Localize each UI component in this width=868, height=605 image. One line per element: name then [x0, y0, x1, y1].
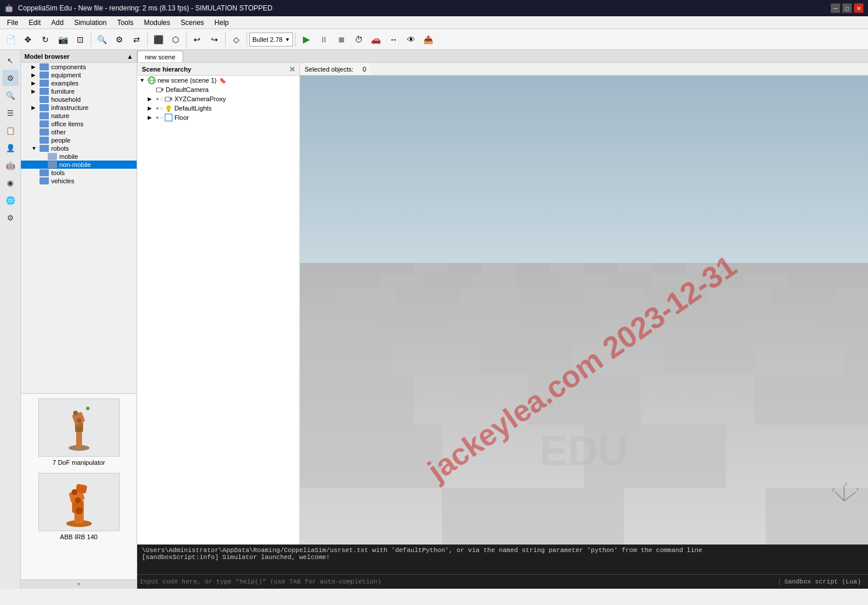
tree-item-other[interactable]: other — [21, 128, 137, 136]
svg-rect-49 — [845, 336, 868, 374]
sidebar-pointer[interactable]: ↖ — [2, 52, 19, 69]
sidebar-config[interactable]: ⚙ — [2, 209, 19, 226]
sidebar-globe[interactable]: 🌐 — [2, 192, 19, 208]
stop-button[interactable]: ⏹ — [333, 31, 349, 48]
menu-simulation[interactable]: Simulation — [69, 17, 111, 28]
svg-point-5 — [77, 418, 81, 423]
menu-help[interactable]: Help — [210, 17, 234, 28]
console-input-row[interactable]: Sandbox script (Lua) — [137, 575, 868, 589]
tree-item-furniture[interactable]: ▶ furniture — [21, 87, 137, 95]
camera-button[interactable]: 📷 — [55, 31, 71, 48]
light-icon — [165, 104, 173, 112]
left-panel: Model browser ▲ ▶ components ▶ equipment… — [21, 50, 137, 589]
scene-tabs: new scene — [137, 50, 868, 63]
waypoint-button[interactable]: ◇ — [228, 31, 244, 48]
svg-rect-46 — [300, 336, 391, 374]
svg-rect-29 — [550, 263, 584, 273]
new-scene-button[interactable]: 📄 — [2, 31, 19, 48]
transfer-button[interactable]: ⇄ — [128, 31, 145, 48]
model-card-abb140[interactable]: ABB IRB 140 — [26, 473, 132, 540]
tree-item-examples[interactable]: ▶ examples — [21, 79, 137, 87]
hierarchy-title: Scene hierarchy — [137, 65, 285, 74]
tree-item-mobile[interactable]: mobile — [21, 152, 137, 161]
calc-button[interactable]: ⬛ — [150, 31, 166, 48]
menu-file[interactable]: File — [2, 17, 23, 28]
hier-item-new-scene[interactable]: ▼ new scene (scene 1) 🔖 — [137, 76, 299, 85]
fit-view-button[interactable]: ⊡ — [72, 31, 88, 48]
object-move-button[interactable]: ✥ — [20, 31, 36, 48]
sidebar-visibility[interactable]: ◉ — [2, 175, 19, 191]
svg-rect-54 — [584, 425, 726, 488]
tree-item-non-mobile[interactable]: non-mobile — [21, 161, 137, 169]
tree-item-office-items[interactable]: office items — [21, 120, 137, 128]
menu-modules[interactable]: Modules — [139, 17, 174, 28]
object-rotate-button[interactable]: ↻ — [37, 31, 53, 48]
svg-rect-28 — [482, 263, 516, 273]
pause-button[interactable]: ⏸ — [316, 31, 332, 48]
close-button[interactable]: ✕ — [854, 3, 863, 13]
physics-engine-dropdown[interactable]: Bullet 2.78 ▼ — [249, 33, 293, 47]
separator-6 — [295, 33, 296, 47]
hierarchy-close-button[interactable]: ✕ — [285, 65, 299, 74]
menu-add[interactable]: Add — [47, 17, 68, 28]
svg-text:z: z — [845, 481, 848, 487]
tree-item-vehicles[interactable]: vehicles — [21, 177, 137, 185]
menu-edit[interactable]: Edit — [24, 17, 45, 28]
scene-edit-icon[interactable]: 🔖 — [219, 77, 226, 84]
menu-tools[interactable]: Tools — [112, 17, 138, 28]
tab-new-scene[interactable]: new scene — [137, 51, 183, 62]
hier-item-xyz-camera[interactable]: ▶ ● ○ XYZCameraProxy — [137, 94, 299, 104]
hier-item-default-lights[interactable]: ▶ ● ○ DefaultLights — [137, 104, 299, 113]
separator-1 — [91, 33, 91, 47]
tree-item-equipment[interactable]: ▶ equipment — [21, 71, 137, 79]
tree-item-nature[interactable]: nature — [21, 112, 137, 120]
tree-item-tools[interactable]: tools — [21, 169, 137, 177]
export-button[interactable]: 📤 — [420, 31, 437, 48]
tree-item-infrastructure[interactable]: ▶ infrastructure — [21, 104, 137, 112]
tree-item-household[interactable]: household — [21, 95, 137, 104]
sidebar-person[interactable]: 👤 — [2, 140, 19, 156]
title-bar: 🤖 CoppeliaSim Edu - New file - rendering… — [0, 0, 868, 16]
view-button[interactable]: 👁 — [403, 31, 419, 48]
scene-hierarchy-panel[interactable]: ▼ new scene (scene 1) 🔖 DefaultCame — [137, 76, 300, 544]
model-browser-tree[interactable]: ▶ components ▶ equipment ▶ examples ▶ — [21, 63, 137, 393]
hier-item-default-camera[interactable]: DefaultCamera — [137, 85, 299, 94]
panel-scroll-down[interactable]: ▼ — [21, 579, 137, 589]
search-button[interactable]: 🔍 — [94, 31, 110, 48]
tree-item-robots[interactable]: ▼ robots — [21, 144, 137, 152]
sidebar-layers[interactable]: ☰ — [2, 105, 19, 121]
minimize-button[interactable]: ─ — [831, 3, 840, 13]
sidebar-robot[interactable]: 🤖 — [2, 157, 19, 173]
realtime-button[interactable]: ⏱ — [351, 31, 367, 48]
sidebar-zoom[interactable]: 🔍 — [2, 87, 19, 104]
svg-rect-53 — [300, 425, 442, 488]
svg-rect-52 — [755, 374, 868, 425]
undo-button[interactable]: ↩ — [189, 31, 205, 48]
hier-item-floor[interactable]: ▶ ● ○ Floor — [137, 113, 299, 122]
svg-rect-44 — [595, 308, 669, 336]
path-button[interactable]: ⬡ — [167, 31, 184, 48]
svg-line-59 — [835, 492, 844, 501]
sync-button[interactable]: ↔ — [385, 31, 402, 48]
play-button[interactable]: ▶ — [298, 31, 315, 48]
model-card-dof7[interactable]: 7 DoF manipulator — [26, 398, 132, 466]
maximize-button[interactable]: □ — [842, 3, 852, 13]
menu-scenes[interactable]: Scenes — [176, 17, 209, 28]
sidebar-settings[interactable]: ⚙ — [2, 70, 19, 86]
menu-bar: File Edit Add Simulation Tools Modules S… — [0, 16, 868, 29]
svg-rect-31 — [686, 263, 720, 273]
console-input[interactable] — [140, 578, 779, 585]
assemble-button[interactable]: ⚙ — [111, 31, 127, 48]
viewport[interactable]: EDU jackeylea.com 2023-12-31 x y — [300, 76, 868, 544]
svg-rect-24 — [167, 110, 170, 112]
sidebar-script[interactable]: 📋 — [2, 122, 19, 138]
tree-item-components[interactable]: ▶ components — [21, 63, 137, 71]
window-title: CoppeliaSim Edu - New file - rendering: … — [18, 4, 273, 12]
scene-icon — [148, 76, 156, 84]
tree-item-people[interactable]: people — [21, 136, 137, 144]
svg-rect-30 — [618, 263, 652, 273]
redo-button[interactable]: ↪ — [206, 31, 223, 48]
separator-2 — [147, 33, 148, 47]
car-button[interactable]: 🚗 — [368, 31, 384, 48]
model-browser-scroll-up[interactable]: ▲ — [127, 53, 133, 60]
